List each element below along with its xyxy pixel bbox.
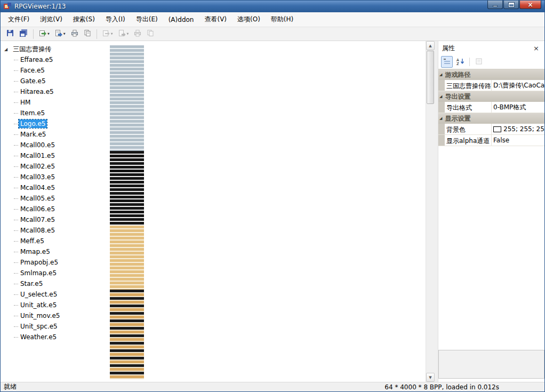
- print-preview-button-disabled[interactable]: [144, 28, 157, 40]
- menu-item-browse[interactable]: 浏览(V): [35, 12, 68, 27]
- tree-item[interactable]: Mcall01.e5: [1, 150, 107, 161]
- menu-item-options[interactable]: 选项(O): [232, 12, 266, 27]
- open-dropdown-button[interactable]: ▼: [36, 28, 52, 40]
- close-button[interactable]: ×: [519, 1, 541, 9]
- prop-row-background-color[interactable]: 背景色 255; 255; 255: [438, 124, 544, 135]
- print-preview-button[interactable]: [81, 28, 94, 40]
- category-display-settings[interactable]: ◢ 显示设置: [438, 113, 544, 124]
- tree-item[interactable]: Mcall08.e5: [1, 225, 107, 236]
- tree-item[interactable]: Star.e5: [1, 278, 107, 289]
- tree-item[interactable]: U_select.e5: [1, 289, 107, 300]
- tree-item[interactable]: Mcall03.e5: [1, 172, 107, 182]
- tree-item[interactable]: Mark.e5: [1, 129, 107, 140]
- tree-item[interactable]: Mcall05.e5: [1, 193, 107, 204]
- background-color-value[interactable]: 255; 255; 255: [492, 124, 544, 134]
- file-tree: ◢ 三国志曹操传 Effarea.e5 Face.e5 Gate.e5 Hita…: [1, 41, 107, 382]
- categorized-view-button[interactable]: [441, 56, 453, 68]
- chevron-down-icon: ▼: [63, 33, 66, 35]
- alphabetical-sort-button[interactable]: AZ: [454, 56, 466, 68]
- tree-root[interactable]: ◢ 三国志曹操传: [1, 44, 107, 54]
- expand-arrow-icon[interactable]: ◢: [4, 47, 7, 52]
- main-content: ◢ 三国志曹操传 Effarea.e5 Face.e5 Gate.e5 Hita…: [1, 41, 544, 382]
- property-description-box: [438, 350, 544, 379]
- save-button[interactable]: [4, 28, 17, 40]
- image-viewport[interactable]: ▲ ▼: [107, 41, 435, 382]
- tree-item[interactable]: HM: [1, 97, 107, 108]
- tree-item[interactable]: Item.e5: [1, 108, 107, 118]
- tree-item[interactable]: Mcall06.e5: [1, 204, 107, 214]
- menu-item-view[interactable]: 查看(V): [199, 12, 232, 27]
- tree-item[interactable]: Mcall07.e5: [1, 214, 107, 225]
- export-dropdown-button-disabled[interactable]: ▼: [116, 28, 132, 40]
- tree-item[interactable]: Mmap.e5: [1, 246, 107, 257]
- minimize-button[interactable]: [487, 1, 503, 9]
- category-export-settings[interactable]: ◢ 导出设置: [438, 91, 544, 102]
- scroll-down-button[interactable]: ▼: [426, 373, 435, 382]
- menu-item-file[interactable]: 文件(F): [3, 12, 35, 27]
- save-all-button[interactable]: [17, 28, 30, 40]
- print-button-disabled[interactable]: [131, 28, 144, 40]
- category-strip: [438, 124, 445, 134]
- title-bar[interactable]: RPGViewer:1/13 ×: [1, 1, 544, 12]
- tree-item[interactable]: Face.e5: [1, 65, 107, 76]
- toolbar-separator: [33, 29, 34, 39]
- maximize-button[interactable]: [503, 1, 519, 9]
- menu-item-help[interactable]: 帮助(H): [266, 12, 299, 27]
- category-game-path[interactable]: ◢ 游戏路径: [438, 69, 544, 80]
- svg-text:Z: Z: [456, 62, 459, 65]
- property-grid: ◢ 游戏路径 三国志曹操传路 D:\曹操传\CaoCa ◢ 导出设置 导出格式 …: [438, 69, 544, 146]
- tree-item[interactable]: Smlmap.e5: [1, 268, 107, 278]
- scrollbar-thumb[interactable]: [427, 51, 434, 104]
- collapse-arrow-icon: ◢: [439, 94, 442, 99]
- alpha-channel-value[interactable]: False: [492, 135, 544, 146]
- tree-item[interactable]: Gate.e5: [1, 76, 107, 86]
- tree-item[interactable]: Effarea.e5: [1, 54, 107, 65]
- tree-item[interactable]: Meff.e5: [1, 236, 107, 246]
- app-window: RPGViewer:1/13 × 文件(F) 浏览(V) 搜索(S) 导入(I)…: [0, 0, 545, 392]
- property-pages-button[interactable]: [473, 56, 485, 68]
- toolbar-separator: [97, 29, 97, 39]
- scroll-up-button[interactable]: ▲: [426, 41, 435, 50]
- tree-item[interactable]: Mcall00.e5: [1, 140, 107, 150]
- tree-item[interactable]: Unit_mov.e5: [1, 310, 107, 321]
- export-dropdown-icon: [118, 29, 126, 38]
- open-dropdown-button-disabled[interactable]: ▼: [100, 28, 116, 40]
- properties-title: 属性: [442, 44, 455, 53]
- export-dropdown-button[interactable]: ▼: [52, 28, 68, 40]
- prop-row-game-path[interactable]: 三国志曹操传路 D:\曹操传\CaoCa: [438, 80, 544, 91]
- menu-item-export[interactable]: 导出(E): [131, 12, 163, 27]
- tree-item[interactable]: Mcall02.e5: [1, 161, 107, 172]
- tree-item[interactable]: Pmapobj.e5: [1, 257, 107, 268]
- tree-root-label: 三国志曹操传: [11, 44, 53, 54]
- menu-item-addon[interactable]: (A)ddon: [163, 13, 199, 26]
- save-icon: [6, 29, 14, 38]
- prop-row-alpha-channel[interactable]: 显示alpha通道 False: [438, 135, 544, 146]
- tree-item-selected[interactable]: Logo.e5: [1, 118, 107, 129]
- export-format-value[interactable]: 0-BMP格式: [492, 102, 544, 113]
- properties-close-button[interactable]: ×: [532, 44, 541, 52]
- tree-item[interactable]: Weather.e5: [1, 332, 107, 342]
- menu-item-search[interactable]: 搜索(S): [68, 12, 100, 27]
- toolbar-separator: [469, 58, 470, 66]
- print-preview-icon: [147, 29, 154, 38]
- tree-item[interactable]: Mcall04.e5: [1, 182, 107, 193]
- tree-item[interactable]: Hitarea.e5: [1, 86, 107, 97]
- category-strip: [438, 102, 445, 113]
- vertical-scrollbar[interactable]: ▲ ▼: [426, 41, 435, 382]
- category-strip: [438, 80, 445, 91]
- properties-header: 属性 ×: [438, 41, 544, 55]
- save-all-icon: [19, 29, 28, 38]
- print-icon: [134, 29, 141, 38]
- print-button[interactable]: [68, 28, 81, 40]
- app-icon: [3, 2, 12, 11]
- menu-bar: 文件(F) 浏览(V) 搜索(S) 导入(I) 导出(E) (A)ddon 查看…: [1, 12, 544, 27]
- open-dropdown-icon: [39, 29, 46, 38]
- chevron-down-icon: ▼: [111, 33, 113, 35]
- category-strip: [438, 135, 445, 146]
- prop-row-export-format[interactable]: 导出格式 0-BMP格式: [438, 102, 544, 113]
- tree-item[interactable]: Unit_atk.e5: [1, 300, 107, 310]
- menu-item-import[interactable]: 导入(I): [100, 12, 131, 27]
- tree-item[interactable]: Unit_spc.e5: [1, 321, 107, 332]
- minimize-icon: [493, 5, 498, 7]
- game-path-value[interactable]: D:\曹操传\CaoCa: [492, 80, 544, 91]
